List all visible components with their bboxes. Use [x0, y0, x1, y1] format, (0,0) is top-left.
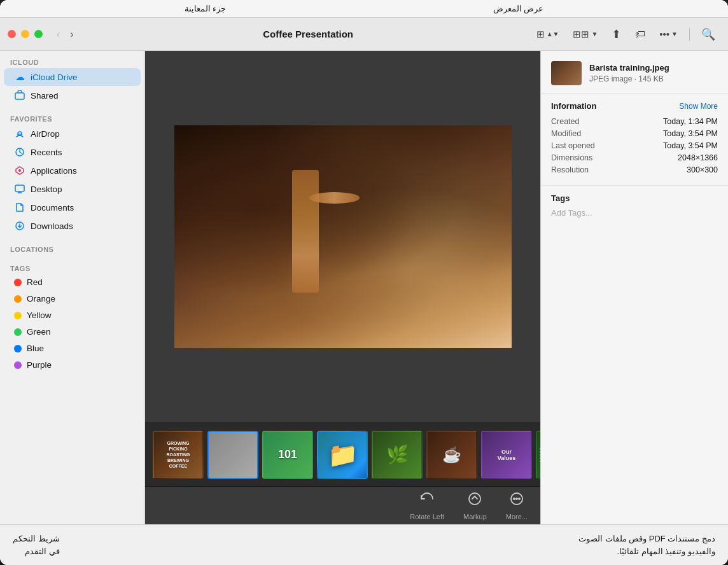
sidebar-item-tag-green[interactable]: Green: [4, 324, 141, 340]
left-annotation: شريط التحكمفي التقدم: [13, 533, 60, 557]
filmstrip-thumb-3[interactable]: 101: [262, 431, 313, 479]
dimensions-label: Dimensions: [551, 153, 592, 162]
gallery-view-chevron: ▲▼: [547, 31, 559, 38]
sidebar-item-airdrop[interactable]: AirDrop: [4, 125, 141, 143]
tags-section: Tags Add Tags...: [541, 186, 728, 524]
file-name: Barista training.jpeg: [589, 63, 718, 74]
filmstrip-thumb-5[interactable]: 🌿: [372, 431, 423, 479]
toolbar-separator: [689, 28, 690, 41]
back-button[interactable]: ‹: [53, 26, 64, 43]
more-chevron-icon: ▼: [671, 31, 678, 38]
tag-button[interactable]: 🏷: [630, 25, 650, 43]
sidebar-item-tag-blue[interactable]: Blue: [4, 340, 141, 356]
tags-title: Tags: [551, 193, 718, 203]
svg-point-8: [514, 498, 515, 499]
filmstrip-thumb-8[interactable]: [536, 431, 540, 479]
strip-annotation-text: شريط التحكمفي التقدم: [13, 533, 60, 557]
filmstrip-thumb-4[interactable]: 📁: [317, 431, 368, 479]
rotate-left-icon: [419, 491, 435, 510]
sidebar-item-shared[interactable]: Shared: [4, 87, 141, 104]
icloud-header: iCloud: [0, 56, 144, 67]
filmstrip-thumb-6[interactable]: ☕: [426, 431, 477, 479]
last-opened-value: Today, 3:54 PM: [663, 141, 718, 150]
more-circle-icon: [509, 491, 524, 510]
modified-row: Modified Today, 3:54 PM: [551, 129, 718, 138]
filmstrip-thumb-1[interactable]: GROWINGPICKINGROASTINGBREWINGCOFFEE: [153, 431, 204, 479]
last-opened-row: Last opened Today, 3:54 PM: [551, 141, 718, 150]
ellipsis-icon: •••: [659, 29, 669, 39]
right-panel: Barista training.jpeg JPEG image · 145 K…: [540, 51, 728, 524]
right-annotation: دمج مستندات PDF وقص ملفات الصوتوالفيديو …: [578, 533, 715, 557]
sidebar-item-icloud-drive[interactable]: ☁ iCloud Drive: [4, 68, 141, 86]
more-actions-button[interactable]: More...: [506, 491, 528, 520]
resolution-value: 300×300: [687, 165, 718, 174]
window-title: Coffee Presentation: [85, 29, 531, 39]
center-panel: GROWINGPICKINGROASTINGBREWINGCOFFEE 101 …: [145, 51, 540, 524]
preview-pane-callout: جزء المعاينة: [185, 4, 227, 13]
file-type: JPEG image · 145 KB: [589, 74, 718, 83]
forward-button[interactable]: ›: [66, 26, 77, 43]
created-row: Created Today, 1:34 PM: [551, 117, 718, 126]
desktop-icon: [14, 183, 25, 195]
applications-icon: [14, 165, 25, 176]
sidebar-item-tag-yellow[interactable]: Yellow: [4, 307, 141, 323]
shared-icon: [14, 90, 25, 101]
filmstrip-thumb-7[interactable]: OurValues: [481, 431, 532, 479]
sidebar-item-downloads[interactable]: Downloads: [4, 217, 141, 235]
rotate-left-label: Rotate Left: [410, 513, 444, 520]
sidebar-item-tag-orange[interactable]: Orange: [4, 291, 141, 307]
sidebar-item-tag-red[interactable]: Red: [4, 274, 141, 290]
tag-blue-dot: [14, 345, 22, 352]
tag-yellow-dot: [14, 312, 22, 319]
locations-header: Locations: [0, 243, 144, 255]
created-value: Today, 1:34 PM: [663, 117, 718, 126]
created-label: Created: [551, 117, 579, 126]
grid-chevron-icon: ▼: [591, 31, 598, 38]
show-more-button[interactable]: Show More: [679, 102, 718, 111]
tag-icon: 🏷: [635, 29, 645, 40]
grid-icon: ⊞⊞: [573, 29, 589, 40]
rotate-left-button[interactable]: Rotate Left: [410, 491, 444, 520]
more-options-button[interactable]: ••• ▼: [654, 25, 683, 43]
icloud-drive-icon: ☁: [14, 71, 25, 83]
minimize-button[interactable]: [21, 30, 29, 38]
svg-rect-0: [15, 93, 24, 99]
gallery-view-icon: ⊞: [536, 29, 545, 40]
sidebar-section-icloud: iCloud ☁ iCloud Drive Shared: [0, 51, 144, 108]
resolution-label: Resolution: [551, 165, 589, 174]
favorites-header: Favorites: [0, 113, 144, 124]
recents-icon: [14, 146, 25, 158]
share-icon: ⬆: [612, 27, 621, 41]
sidebar-item-applications[interactable]: Applications: [4, 162, 141, 179]
svg-point-3: [18, 169, 21, 172]
sidebar-section-favorites: Favorites AirDrop: [0, 108, 144, 238]
sidebar-section-locations: Locations: [0, 238, 144, 257]
grid-view-button[interactable]: ⊞⊞ ▼: [568, 25, 603, 43]
tag-purple-dot: [14, 361, 22, 369]
search-icon: 🔍: [701, 27, 715, 41]
airdrop-icon: [14, 128, 25, 139]
sidebar-item-tag-purple[interactable]: Purple: [4, 357, 141, 373]
sidebar-section-tags: Tags Red Orange Yellow Green: [0, 257, 144, 376]
sidebar-item-desktop[interactable]: Desktop: [4, 180, 141, 198]
sidebar-item-documents[interactable]: Documents: [4, 199, 141, 216]
markup-label: Markup: [463, 513, 487, 520]
resolution-row: Resolution 300×300: [551, 165, 718, 174]
markup-button[interactable]: Markup: [463, 491, 487, 520]
add-tags-input[interactable]: Add Tags...: [551, 208, 718, 218]
sidebar-item-recents[interactable]: Recents: [4, 143, 141, 161]
svg-point-9: [516, 498, 517, 499]
annotation-bar: شريط التحكمفي التقدم دمج مستندات PDF وقص…: [0, 524, 728, 565]
close-button[interactable]: [8, 30, 16, 38]
filmstrip-thumb-2[interactable]: [207, 431, 258, 479]
search-button[interactable]: 🔍: [696, 24, 720, 45]
gallery-view-button[interactable]: ⊞ ▲▼: [531, 25, 564, 43]
dimensions-value: 2048×1366: [678, 153, 718, 162]
documents-icon: [14, 202, 25, 213]
modified-value: Today, 3:54 PM: [663, 129, 718, 138]
share-button[interactable]: ⬆: [606, 24, 626, 45]
maximize-button[interactable]: [34, 30, 43, 38]
downloads-icon: [14, 220, 25, 232]
sidebar: iCloud ☁ iCloud Drive Shared: [0, 51, 145, 524]
last-opened-label: Last opened: [551, 141, 595, 150]
